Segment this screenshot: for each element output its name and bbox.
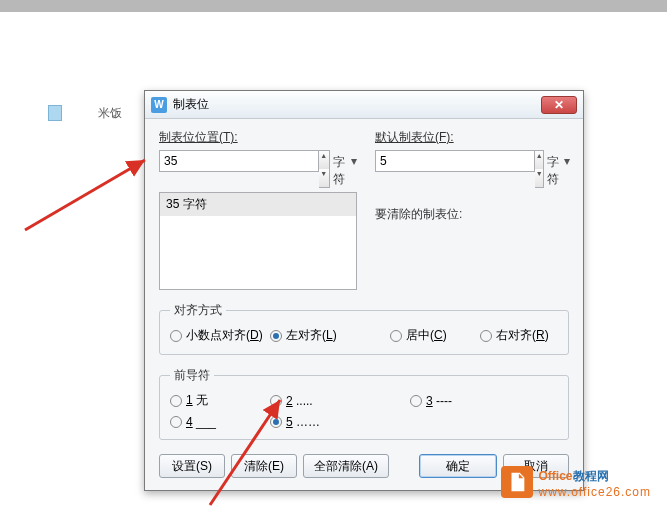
svg-line-0: [25, 160, 145, 230]
leader-2[interactable]: 2 .....: [270, 394, 410, 408]
radio-icon: [410, 395, 422, 407]
logo-icon: [501, 466, 533, 498]
app-icon: W: [151, 97, 167, 113]
default-tab-label: 默认制表位(F):: [375, 129, 570, 146]
default-tab-unit: 字符: [544, 150, 564, 188]
radio-icon: [480, 330, 492, 342]
radio-label: 小数点对齐(D): [186, 327, 263, 344]
tab-position-input[interactable]: [159, 150, 319, 172]
title-bar: W 制表位 ✕: [145, 91, 583, 119]
site-logo: Office教程网 www.office26.com: [501, 464, 652, 499]
radio-label: 右对齐(R): [496, 327, 549, 344]
doc-icon: [48, 105, 62, 121]
leader-4[interactable]: 4 ___: [170, 415, 270, 429]
radio-label: 居中(C): [406, 327, 447, 344]
align-left[interactable]: 左对齐(L): [270, 327, 390, 344]
align-center[interactable]: 居中(C): [390, 327, 480, 344]
tab-position-unit: 字符: [330, 150, 351, 188]
top-bar: [0, 0, 667, 12]
leader-3[interactable]: 3 ----: [410, 394, 452, 408]
close-button[interactable]: ✕: [541, 96, 577, 114]
alignment-legend: 对齐方式: [170, 302, 226, 319]
doc-sample-text: 米饭: [98, 105, 122, 122]
radio-icon: [270, 416, 282, 428]
radio-icon: [170, 330, 182, 342]
dialog-body: 制表位位置(T): ▲▼ 字符 ▾ 35 字符 默认制表位(F): ▲▼ 字符 …: [145, 119, 583, 490]
leader-5[interactable]: 5 ……: [270, 415, 410, 429]
radio-icon: [270, 330, 282, 342]
logo-url: www.office26.com: [539, 485, 652, 499]
radio-icon: [170, 416, 182, 428]
radio-label: 3 ----: [426, 394, 452, 408]
radio-icon: [270, 395, 282, 407]
clear-button[interactable]: 清除(E): [231, 454, 297, 478]
leader-fieldset: 前导符 1 无 2 ..... 3 ---- 4 ___: [159, 367, 569, 440]
default-tab-input[interactable]: [375, 150, 535, 172]
leader-legend: 前导符: [170, 367, 214, 384]
to-clear-label: 要清除的制表位:: [375, 206, 570, 223]
radio-label: 1 无: [186, 392, 208, 409]
align-right[interactable]: 右对齐(R): [480, 327, 549, 344]
annotation-arrow-1: [20, 145, 160, 238]
radio-icon: [170, 395, 182, 407]
logo-rest: 教程网: [573, 469, 609, 483]
radio-label: 左对齐(L): [286, 327, 337, 344]
tab-position-spinner[interactable]: ▲▼: [319, 150, 330, 188]
tabs-dialog: W 制表位 ✕ 制表位位置(T): ▲▼ 字符 ▾ 35 字符 默认制表位(: [144, 90, 584, 491]
radio-label: 4 ___: [186, 415, 216, 429]
tab-position-list[interactable]: 35 字符: [159, 192, 357, 290]
radio-icon: [390, 330, 402, 342]
leader-1[interactable]: 1 无: [170, 392, 270, 409]
clear-all-button[interactable]: 全部清除(A): [303, 454, 389, 478]
set-button[interactable]: 设置(S): [159, 454, 225, 478]
logo-accent: Office: [539, 469, 573, 483]
alignment-fieldset: 对齐方式 小数点对齐(D) 左对齐(L) 居中(C) 右对齐(R): [159, 302, 569, 355]
close-icon: ✕: [554, 98, 564, 112]
radio-label: 5 ……: [286, 415, 320, 429]
unit-dropdown-icon[interactable]: ▾: [564, 150, 570, 188]
list-item[interactable]: 35 字符: [160, 193, 356, 216]
dialog-title: 制表位: [173, 96, 209, 113]
logo-text: Office教程网 www.office26.com: [539, 464, 652, 499]
title-left: W 制表位: [151, 96, 209, 113]
default-tab-spinner[interactable]: ▲▼: [535, 150, 544, 188]
align-decimal[interactable]: 小数点对齐(D): [170, 327, 270, 344]
unit-dropdown-icon[interactable]: ▾: [351, 150, 357, 188]
radio-label: 2 .....: [286, 394, 313, 408]
tab-position-label: 制表位位置(T):: [159, 129, 357, 146]
ok-button[interactable]: 确定: [419, 454, 497, 478]
